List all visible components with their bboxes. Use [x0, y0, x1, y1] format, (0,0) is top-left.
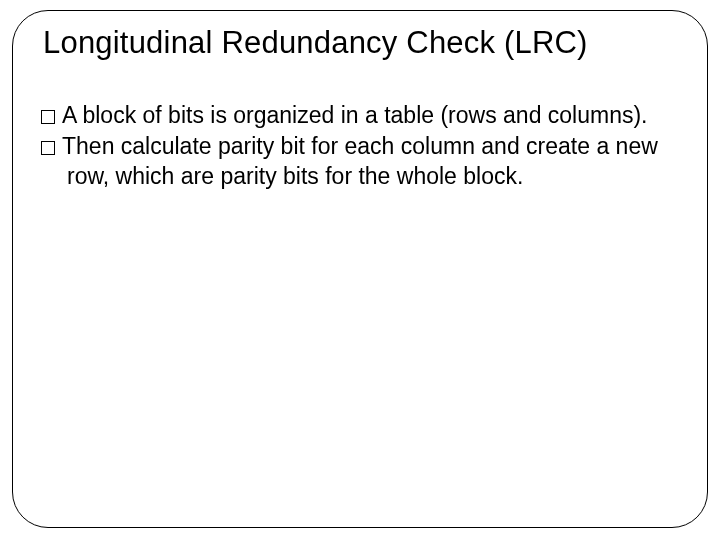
square-bullet-icon: [41, 141, 55, 155]
slide-frame: Longitudinal Redundancy Check (LRC) A bl…: [12, 10, 708, 528]
bullet-text: A block of bits is organized in a table …: [62, 102, 648, 128]
slide-body: A block of bits is organized in a table …: [41, 101, 679, 191]
bullet-item: A block of bits is organized in a table …: [41, 101, 679, 130]
bullet-item: Then calculate parity bit for each colum…: [41, 132, 679, 191]
slide-title: Longitudinal Redundancy Check (LRC): [43, 25, 679, 61]
square-bullet-icon: [41, 110, 55, 124]
bullet-text: Then calculate parity bit for each colum…: [62, 133, 658, 188]
slide: Longitudinal Redundancy Check (LRC) A bl…: [0, 0, 720, 540]
